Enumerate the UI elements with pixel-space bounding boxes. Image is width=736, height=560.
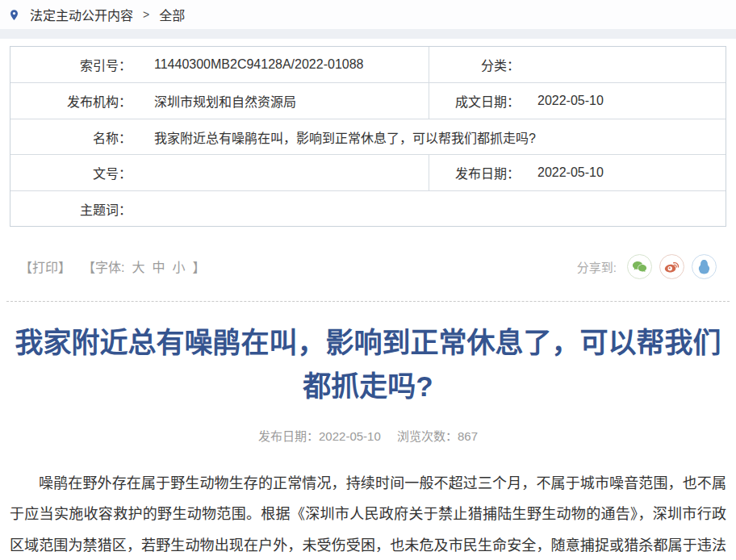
doc-number-label: 文号： — [10, 163, 132, 182]
article-meta: 发布日期：2022-05-10 浏览次数：867 — [0, 427, 736, 444]
meta-publish-date-label: 发布日期： — [258, 429, 319, 443]
publish-date-value: 2022-05-10 — [520, 165, 604, 180]
cell-category: 分类： — [429, 47, 726, 82]
table-row: 文号： 发布日期： 2022-05-10 — [10, 154, 726, 190]
cell-publish-date: 发布日期： 2022-05-10 — [429, 155, 726, 190]
meta-publish-date-value: 2022-05-10 — [319, 429, 381, 443]
article-body: 噪鹃在野外存在属于野生动物生存的正常情况，持续时间一般不超过三个月，不属于城市噪… — [10, 468, 726, 560]
document-info-table: 索引号： 11440300MB2C94128A/2022-01088 分类： 发… — [10, 46, 726, 227]
print-button[interactable]: 【打印】 — [19, 257, 71, 276]
index-number-value: 11440300MB2C94128A/2022-01088 — [132, 57, 363, 72]
breadcrumb-separator: > — [143, 8, 149, 21]
cell-index-number: 索引号： 11440300MB2C94128A/2022-01088 — [10, 47, 429, 82]
title-row-label: 名称： — [10, 127, 132, 147]
font-group-label-close: 】 — [193, 257, 206, 276]
cell-doc-number: 文号： — [10, 155, 429, 190]
table-row: 主题词： — [10, 190, 726, 226]
publish-date-label: 发布日期： — [429, 163, 520, 182]
issue-date-label: 成文日期： — [429, 91, 520, 111]
share-box: 分享到: — [577, 254, 717, 279]
title-row-value: 我家附近总有噪鹃在叫，影响到正常休息了，可以帮我们都抓走吗? — [132, 127, 726, 147]
font-group-label: 【字体: — [82, 257, 124, 276]
breadcrumb-current[interactable]: 全部 — [159, 5, 185, 24]
publisher-value: 深圳市规划和自然资源局 — [132, 91, 296, 111]
page-title: 我家附近总有噪鹃在叫，影响到正常休息了，可以帮我们都抓走吗? — [8, 321, 728, 409]
meta-views-label: 浏览次数： — [397, 429, 458, 443]
table-row: 名称： 我家附近总有噪鹃在叫，影响到正常休息了，可以帮我们都抓走吗? — [10, 119, 726, 154]
location-pin-icon — [8, 8, 20, 22]
keywords-label: 主题词： — [10, 199, 132, 219]
font-size-large-button[interactable]: 大 — [132, 257, 144, 276]
share-label: 分享到: — [577, 258, 617, 275]
font-size-group: 【字体: 大 中 小 】 — [82, 257, 206, 276]
share-weibo-button[interactable] — [659, 254, 684, 279]
qq-penguin-icon — [696, 258, 713, 275]
issue-date-value: 2022-05-10 — [520, 94, 604, 108]
toolbar-left: 【打印】 【字体: 大 中 小 】 — [19, 257, 206, 276]
cell-publisher: 发布机构： 深圳市规划和自然资源局 — [10, 83, 429, 119]
font-size-small-button[interactable]: 小 — [173, 257, 186, 276]
share-qq-button[interactable] — [692, 254, 717, 279]
weibo-icon — [663, 258, 680, 275]
page: 法定主动公开内容 > 全部 索引号： 11440300MB2C94128A/20… — [0, 0, 736, 560]
wechat-icon — [631, 258, 648, 275]
publisher-label: 发布机构： — [10, 91, 132, 111]
table-row: 发布机构： 深圳市规划和自然资源局 成文日期： 2022-05-10 — [10, 82, 726, 119]
breadcrumb-section-link[interactable]: 法定主动公开内容 — [30, 5, 133, 24]
index-number-label: 索引号： — [10, 55, 132, 74]
breadcrumb: 法定主动公开内容 > 全部 — [0, 0, 736, 29]
font-size-medium-button[interactable]: 中 — [152, 257, 165, 276]
share-wechat-button[interactable] — [627, 254, 652, 279]
section-divider — [6, 301, 730, 302]
meta-views: 浏览次数：867 — [397, 429, 478, 443]
category-label: 分类： — [429, 55, 520, 74]
toolbar: 【打印】 【字体: 大 中 小 】 分享到: — [0, 253, 736, 280]
header-strip — [0, 29, 736, 39]
meta-publish-date: 发布日期：2022-05-10 — [258, 429, 381, 443]
table-row: 索引号： 11440300MB2C94128A/2022-01088 分类： — [10, 47, 726, 82]
meta-views-value: 867 — [458, 429, 478, 443]
cell-issue-date: 成文日期： 2022-05-10 — [429, 83, 726, 119]
